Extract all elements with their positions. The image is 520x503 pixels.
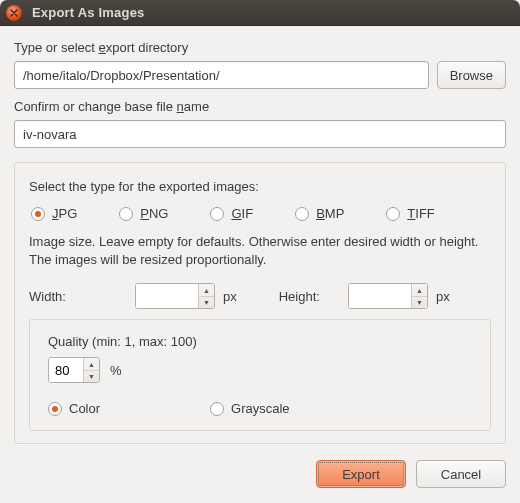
- export-dir-label: Type or select export directory: [14, 40, 506, 55]
- quality-group: Quality (min: 1, max: 100) ▲▼ % Color Gr…: [29, 319, 491, 431]
- width-spinner[interactable]: ▲▼: [135, 283, 215, 309]
- basename-label: Confirm or change base file name: [14, 99, 506, 114]
- type-radio-jpg[interactable]: JPG: [31, 206, 77, 221]
- width-label: Width:: [29, 289, 99, 304]
- height-down-icon[interactable]: ▼: [412, 297, 427, 309]
- cancel-button[interactable]: Cancel: [416, 460, 506, 488]
- width-down-icon[interactable]: ▼: [199, 297, 214, 309]
- quality-up-icon[interactable]: ▲: [84, 358, 99, 371]
- titlebar: Export As Images: [0, 0, 520, 26]
- px-label: px: [223, 289, 237, 304]
- export-button[interactable]: Export: [316, 460, 406, 488]
- export-dir-input[interactable]: [14, 61, 429, 89]
- close-icon[interactable]: [6, 5, 22, 21]
- quality-input[interactable]: [49, 358, 83, 382]
- type-options: JPG PNG GIF BMP TIFF: [29, 200, 491, 231]
- quality-down-icon[interactable]: ▼: [84, 371, 99, 383]
- color-radio-color[interactable]: Color: [48, 401, 100, 416]
- height-spinner[interactable]: ▲▼: [348, 283, 428, 309]
- percent-label: %: [110, 363, 122, 378]
- window-title: Export As Images: [32, 5, 145, 20]
- type-group: Select the type for the exported images:…: [14, 162, 506, 444]
- basename-input[interactable]: [14, 120, 506, 148]
- height-input[interactable]: [349, 284, 411, 308]
- quality-label: Quality (min: 1, max: 100): [48, 334, 472, 349]
- height-up-icon[interactable]: ▲: [412, 284, 427, 297]
- type-label: Select the type for the exported images:: [29, 179, 491, 194]
- width-input[interactable]: [136, 284, 198, 308]
- type-radio-png[interactable]: PNG: [119, 206, 168, 221]
- dialog-footer: Export Cancel: [14, 460, 506, 488]
- color-radio-grayscale[interactable]: Grayscale: [210, 401, 290, 416]
- dialog-content: Type or select export directory Browse C…: [0, 26, 520, 500]
- type-radio-bmp[interactable]: BMP: [295, 206, 344, 221]
- size-row: Width: ▲▼ px Height: ▲▼ px: [29, 283, 491, 309]
- height-label: Height:: [279, 289, 320, 304]
- type-radio-gif[interactable]: GIF: [210, 206, 253, 221]
- size-hint: Image size. Leave empty for defaults. Ot…: [29, 233, 491, 269]
- px-label-2: px: [436, 289, 450, 304]
- quality-spinner[interactable]: ▲▼: [48, 357, 100, 383]
- type-radio-tiff[interactable]: TIFF: [386, 206, 434, 221]
- width-up-icon[interactable]: ▲: [199, 284, 214, 297]
- browse-button[interactable]: Browse: [437, 61, 506, 89]
